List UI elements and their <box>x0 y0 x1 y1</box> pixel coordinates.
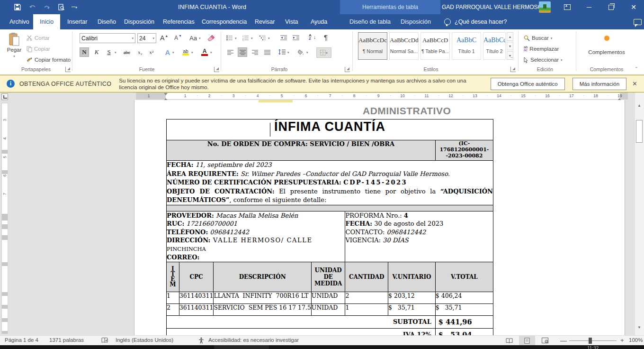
tab-insertar[interactable]: Insertar <box>61 14 94 29</box>
purchase-order-table[interactable]: ÍNFIMA CUANTÍA No. DE ORDEN DE COMPRA: S… <box>166 119 493 335</box>
styles-scroll-down[interactable]: ▼ <box>507 42 513 50</box>
highlight-chevron[interactable]: ▾ <box>191 51 193 54</box>
underline-button[interactable]: S <box>104 47 114 57</box>
style-titulo-2[interactable]: AaBbCcL Título 2 <box>483 32 506 60</box>
accessibility-status[interactable]: Accesibilidad: es necesario investigar <box>208 337 299 343</box>
line-spacing-button[interactable]: ▾ <box>278 47 289 57</box>
borders-button[interactable]: ▾ <box>316 47 331 58</box>
sort-button[interactable]: AZ ↓ <box>309 32 316 42</box>
proofing-icon[interactable] <box>101 337 108 343</box>
change-case-button[interactable]: Aa▾ <box>189 33 200 43</box>
font-color-chevron[interactable]: ▾ <box>210 51 212 54</box>
zoom-slider-thumb[interactable] <box>589 338 592 344</box>
license-bar-close-icon[interactable]: ✕ <box>632 80 637 87</box>
clear-formatting-button[interactable] <box>207 33 215 43</box>
find-button[interactable]: Buscar▾ <box>524 33 552 43</box>
more-info-button[interactable]: Más información <box>572 78 626 90</box>
superscript-button[interactable]: x² <box>147 47 156 57</box>
undo-button[interactable] <box>27 1 39 13</box>
align-center-button[interactable] <box>238 47 247 57</box>
fuente-dialog-launcher[interactable] <box>214 67 219 72</box>
word-count[interactable]: 1371 palabras <box>49 337 84 343</box>
language-indicator[interactable]: Inglés (Estados Unidos) <box>116 337 173 343</box>
highlight-button[interactable]: ab <box>181 47 190 57</box>
style-normal[interactable]: AaBbCcDc ¶ Normal <box>358 32 387 60</box>
tab-revisar[interactable]: Revisar <box>248 14 281 29</box>
styles-scroll-up[interactable]: ▲ <box>507 32 513 41</box>
subtotal-row[interactable]: SUBTOTAL $ 441,96 <box>167 315 493 328</box>
grow-font-button[interactable]: A▲ <box>160 33 168 43</box>
order-label-cell[interactable]: No. DE ORDEN DE COMPRA: SERVICIO / BIEN … <box>167 140 436 161</box>
increase-indent-button[interactable] <box>293 33 299 43</box>
restore-button[interactable] <box>600 0 621 14</box>
get-genuine-office-button[interactable]: Obtenga Office auténtico <box>491 78 565 90</box>
tab-disposicion-tabla[interactable]: Disposición <box>394 14 438 29</box>
vertical-scrollbar[interactable]: ▲ ▼ <box>635 92 644 335</box>
text-effects-button[interactable]: A <box>163 47 172 57</box>
save-button[interactable] <box>11 1 24 13</box>
italic-button[interactable]: K <box>92 47 101 57</box>
scroll-down-icon[interactable]: ▼ <box>636 324 643 331</box>
account-name[interactable]: GAD PARROQUIAL VALLE HERMOSO <box>442 4 542 10</box>
tab-referencias[interactable]: Referencias <box>156 14 201 29</box>
read-mode-button[interactable] <box>501 336 517 345</box>
estilos-dialog-launcher[interactable] <box>510 67 516 72</box>
subscript-button[interactable]: x₂ <box>135 47 145 57</box>
bullets-button[interactable]: ▾ <box>226 33 237 43</box>
redo-button[interactable] <box>41 1 53 13</box>
paste-button[interactable]: Pegar ▾ <box>5 32 24 63</box>
web-layout-button[interactable] <box>537 336 553 345</box>
font-color-button[interactable]: A <box>200 47 209 57</box>
scroll-up-icon[interactable]: ▲ <box>636 102 643 109</box>
page-indicator[interactable]: Página 1 de 4 <box>5 337 38 343</box>
tab-correspondencia[interactable]: Correspondencia <box>195 14 253 29</box>
multilevel-list-button[interactable]: ▾ <box>259 33 270 43</box>
format-painter-button[interactable]: Copiar formato <box>27 55 71 64</box>
style-normal-sa[interactable]: AaBbCcDdE Normal Sa... <box>389 32 419 60</box>
cut-button[interactable]: Cortar <box>27 33 50 43</box>
account-avatar[interactable] <box>539 1 551 13</box>
tab-archivo[interactable]: Archivo <box>3 14 36 29</box>
portapapeles-dialog-launcher[interactable] <box>65 67 71 72</box>
item-row[interactable]: 1 361140311 LLANTA INFINITY 700R16 LT UN… <box>167 292 493 303</box>
style-table-pa[interactable]: AaBbCcD ¶ Table Pa... <box>420 32 450 60</box>
zoom-in-button[interactable]: + <box>620 337 624 344</box>
qat-customize-button[interactable]: ▾ <box>68 1 80 13</box>
zoom-out-button[interactable]: — <box>560 337 567 344</box>
collapse-ribbon-button[interactable]: ⌃ <box>635 66 638 71</box>
scrollbar-thumb[interactable] <box>636 120 643 143</box>
zoom-slider-track[interactable] <box>569 340 617 341</box>
tab-ayuda[interactable]: Ayuda <box>304 14 334 29</box>
shrink-font-button[interactable]: A▼ <box>174 33 182 43</box>
comments-button[interactable] <box>627 14 644 29</box>
proforma-cell[interactable]: PROFORMA Nro.: 4 FECHA: 30 de agosto del… <box>345 211 493 262</box>
tab-diseno-de-tabla[interactable]: Diseño de tabla <box>343 14 397 29</box>
iva-row[interactable]: IVA 12% $ 53,04 <box>167 328 493 335</box>
complementos-button[interactable]: Complementos <box>581 34 633 55</box>
close-button[interactable]: ✕ <box>623 0 644 14</box>
document-title-cell[interactable]: ÍNFIMA CUANTÍA <box>167 119 493 140</box>
align-left-button[interactable] <box>225 47 235 57</box>
print-preview-button[interactable] <box>55 1 67 13</box>
print-layout-button[interactable] <box>519 336 535 345</box>
tell-me-box[interactable]: ¿Qué desea hacer? <box>444 14 507 29</box>
show-marks-button[interactable]: ¶ <box>324 32 328 42</box>
tab-stop-selector[interactable] <box>1 93 8 100</box>
bold-button[interactable]: N <box>80 47 89 57</box>
order-code-cell[interactable]: (IC- 1768120600001- -2023-00082 <box>435 140 493 161</box>
text-effects-chevron[interactable]: ▾ <box>172 51 174 54</box>
select-button[interactable]: Seleccionar▾ <box>524 55 563 64</box>
order-fields-cell[interactable]: FECHA: 11, septiembre del 2023 ÁREA REQU… <box>167 161 493 205</box>
styles-gallery-more[interactable]: ▼̲ <box>507 51 513 60</box>
tab-vista[interactable]: Vista <box>278 14 305 29</box>
align-right-button[interactable] <box>250 47 259 57</box>
justify-button[interactable] <box>262 47 272 57</box>
replace-button[interactable]: abac Reemplazar <box>524 44 559 54</box>
tab-disposicion[interactable]: Disposición <box>117 14 161 29</box>
ribbon-display-options-button[interactable] <box>557 0 578 14</box>
proveedor-cell[interactable]: PROVEEDOR: Macas Malla Melisa Belén RUC:… <box>167 211 345 262</box>
tab-inicio[interactable]: Inicio <box>33 14 60 29</box>
shading-button[interactable]: ▾ <box>297 47 308 57</box>
style-titulo-1[interactable]: AaBbC Título 1 <box>452 32 481 60</box>
numbering-button[interactable]: 123▾ <box>242 33 253 43</box>
